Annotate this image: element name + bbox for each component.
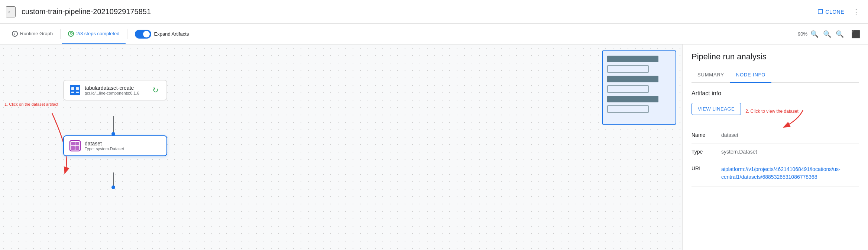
steps-icon: ↻: [68, 31, 74, 37]
panel-tabs: SUMMARY NODE INFO: [692, 68, 859, 83]
info-row-uri: URI aiplatform://v1/projects/46214106849…: [692, 160, 859, 187]
node-subtitle-dataset: Type: system.Dataset: [85, 147, 124, 151]
runtime-graph-tab[interactable]: i Runtime Graph: [6, 24, 59, 44]
runtime-graph-label: Runtime Graph: [20, 31, 53, 36]
steps-completed-tab[interactable]: ↻ 2/3 steps completed: [62, 24, 125, 44]
field-label-name: Name: [692, 127, 721, 144]
svg-rect-1: [71, 87, 74, 90]
tab-summary[interactable]: SUMMARY: [692, 68, 730, 83]
field-label-uri: URI: [692, 160, 721, 187]
tab-summary-label: SUMMARY: [697, 72, 724, 78]
connector-dot-2: [111, 185, 115, 189]
zoom-out-button[interactable]: 🔍: [822, 29, 833, 40]
zoom-level: 90%: [798, 31, 807, 37]
panel-content: Artifact info VIEW LINEAGE 2. Click to v…: [683, 83, 868, 250]
expand-artifacts-toggle[interactable]: [135, 30, 151, 39]
clone-icon: ❐: [818, 8, 823, 15]
mini-bar-5: [607, 96, 658, 102]
annotation-2: 2. Click to view the dataset: [745, 109, 799, 114]
uri-link[interactable]: aiplatform://v1/projects/462141068491/lo…: [721, 166, 841, 180]
node-action-tabular[interactable]: ↻: [149, 84, 161, 96]
tab-node-info-label: NODE INFO: [736, 72, 765, 78]
header-actions: ❐ CLONE ⋮: [815, 5, 862, 19]
right-panel: Pipeline run analysis SUMMARY NODE INFO …: [682, 45, 868, 250]
zoom-controls: 90% 🔍 🔍 🔍: [793, 29, 850, 40]
expand-artifacts-label: Expand Artifacts: [154, 31, 189, 37]
toggle-slider: [135, 30, 151, 39]
info-row-type: Type system.Dataset: [692, 144, 859, 160]
svg-rect-8: [71, 146, 75, 150]
lineage-row: VIEW LINEAGE 2. Click to view the datase…: [692, 103, 859, 119]
svg-rect-6: [71, 142, 75, 145]
node-dataset[interactable]: dataset Type: system.Dataset: [63, 135, 167, 156]
svg-rect-9: [75, 146, 79, 150]
view-lineage-button[interactable]: VIEW LINEAGE: [692, 103, 741, 115]
artifact-info-table: Name dataset Type system.Dataset URI aip…: [692, 127, 859, 187]
artifact-info-title: Artifact info: [692, 90, 859, 97]
back-button[interactable]: ←: [6, 6, 16, 17]
mini-bar-1: [607, 56, 658, 62]
steps-label: 2/3 steps completed: [76, 31, 119, 36]
pipeline-title: custom-train-pipeline-20210929175851: [22, 7, 815, 16]
field-value-type: system.Dataset: [721, 144, 859, 160]
clone-button[interactable]: ❐ CLONE: [815, 6, 847, 17]
svg-rect-3: [71, 92, 74, 93]
zoom-in-button[interactable]: 🔍: [809, 29, 820, 40]
field-value-name: dataset: [721, 127, 859, 144]
toolbar-divider-2: [127, 29, 127, 39]
expand-artifacts-toggle-container: Expand Artifacts: [129, 30, 195, 39]
clone-label: CLONE: [825, 9, 844, 15]
svg-rect-7: [75, 142, 79, 145]
info-row-name: Name dataset: [692, 127, 859, 144]
mini-bar-2: [607, 65, 649, 73]
node-title-tabular: tabulardataset-create: [85, 85, 139, 91]
panel-header: Pipeline run analysis SUMMARY NODE INFO: [683, 45, 868, 83]
panel-title: Pipeline run analysis: [692, 52, 859, 62]
svg-rect-2: [76, 87, 79, 90]
node-text-dataset: dataset Type: system.Dataset: [85, 141, 124, 151]
field-value-uri: aiplatform://v1/projects/462141068491/lo…: [721, 160, 859, 187]
node-icon-dataset: [69, 140, 81, 152]
node-tabulardataset-create[interactable]: tabulardataset-create gcr.io/...line-com…: [63, 80, 167, 101]
more-button[interactable]: ⋮: [850, 5, 862, 19]
toolbar: i Runtime Graph ↻ 2/3 steps completed Ex…: [0, 24, 868, 45]
mini-bar-3: [607, 76, 658, 82]
info-icon: i: [12, 31, 18, 37]
header: ← custom-train-pipeline-20210929175851 ❐…: [0, 0, 868, 24]
annotation-1: 1. Click on the dataset artifact: [4, 102, 58, 106]
node-title-dataset: dataset: [85, 141, 124, 147]
node-icon-tabular: [69, 84, 81, 96]
field-label-type: Type: [692, 144, 721, 160]
tab-node-info[interactable]: NODE INFO: [730, 68, 771, 83]
node-text-tabular: tabulardataset-create gcr.io/...line-com…: [85, 85, 139, 95]
main: 1. Click on the dataset artifact: [0, 45, 868, 250]
svg-rect-0: [70, 85, 80, 95]
node-subtitle-tabular: gcr.io/...line-components:0.1.6: [85, 91, 139, 95]
mini-bar-4: [607, 85, 649, 93]
toolbar-divider-1: [60, 29, 61, 39]
svg-rect-4: [76, 92, 79, 93]
connector-line-2: [113, 172, 114, 187]
mini-bar-6: [607, 105, 649, 113]
fullscreen-button[interactable]: ⬛: [850, 28, 862, 40]
graph-area[interactable]: 1. Click on the dataset artifact: [0, 45, 682, 250]
mini-preview: [602, 50, 676, 125]
pipeline-canvas: 1. Click on the dataset artifact: [0, 45, 682, 250]
zoom-fit-button[interactable]: 🔍: [834, 29, 845, 40]
